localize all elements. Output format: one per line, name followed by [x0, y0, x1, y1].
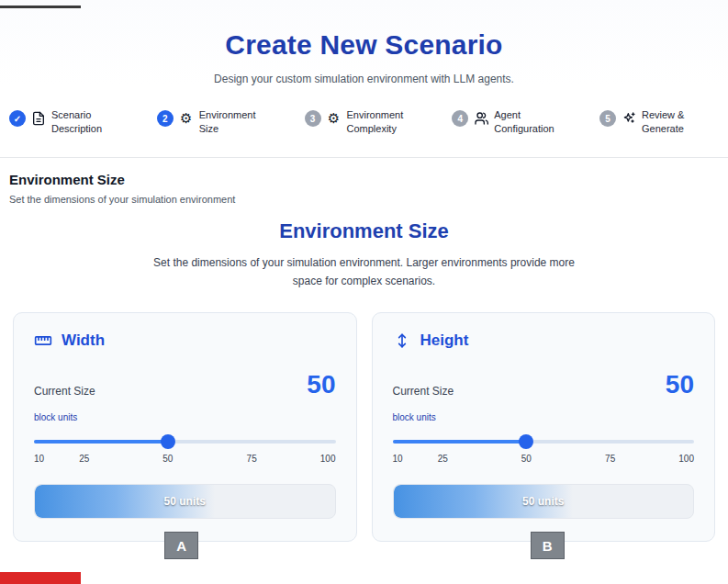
height-card-header: Height	[393, 331, 695, 350]
step-number-badge: 2	[157, 110, 174, 127]
step-review-generate[interactable]: 5 Review & Generate	[599, 108, 719, 137]
width-slider-thumb[interactable]	[161, 434, 175, 449]
environment-size-section: Environment Size Set the dimensions of y…	[0, 158, 728, 205]
step-done-check-icon: ✓	[9, 110, 26, 127]
height-current-value: 50	[666, 372, 694, 398]
stepper: ✓ Scenario Description 2 ⚙ Environment S…	[0, 108, 728, 137]
top-left-strip	[0, 6, 81, 8]
section-heading: Environment Size	[9, 172, 719, 187]
width-size-row: Current Size 50	[34, 372, 336, 398]
width-units-label: block units	[34, 412, 336, 422]
users-icon	[474, 111, 488, 126]
step-label: Scenario Description	[51, 108, 129, 137]
height-card: Height Current Size 50 block units 10 25…	[372, 312, 716, 542]
annotation-marker-b: B	[531, 532, 565, 559]
step-label: Environment Complexity	[347, 108, 424, 137]
panel-description: Set the dimensions of your simulation en…	[149, 254, 580, 291]
page-subtitle: Design your custom simulation environmen…	[0, 73, 728, 85]
tick-label: 100	[320, 454, 336, 464]
height-units-label: block units	[393, 412, 695, 422]
step-label: Review & Generate	[642, 108, 719, 137]
width-slider-ticks: 10 25 50 75 100	[34, 454, 336, 466]
width-card-title: Width	[62, 331, 105, 350]
tick-label: 50	[521, 454, 532, 464]
bottom-left-red-strip	[0, 572, 81, 584]
tick-label: 75	[605, 454, 615, 464]
height-slider-ticks: 10 25 50 75 100	[393, 454, 695, 466]
height-slider-thumb[interactable]	[519, 434, 533, 449]
panel-title: Environment Size	[0, 219, 728, 243]
sparkles-icon	[622, 111, 636, 126]
step-environment-size[interactable]: 2 ⚙ Environment Size	[157, 108, 276, 137]
tick-label: 50	[162, 454, 173, 464]
step-label: Environment Size	[199, 108, 276, 137]
width-slider-fill	[34, 440, 168, 444]
height-slider[interactable]	[393, 434, 695, 449]
tick-label: 25	[79, 454, 89, 464]
page-title: Create New Scenario	[0, 29, 728, 61]
width-current-value: 50	[307, 372, 335, 398]
width-card: Width Current Size 50 block units 10 25 …	[13, 312, 357, 542]
page-header: Create New Scenario Design your custom s…	[0, 0, 728, 85]
width-value-bar: 50 units	[34, 484, 336, 519]
step-agent-configuration[interactable]: 4 Agent Configuration	[452, 108, 571, 137]
step-number-badge: 3	[305, 110, 321, 127]
gear-icon: ⚙	[327, 111, 342, 126]
height-value-bar: 50 units	[393, 484, 695, 519]
tick-label: 10	[34, 454, 44, 464]
width-value-bar-label: 50 units	[35, 485, 335, 518]
annotation-marker-a: A	[164, 532, 198, 559]
file-text-icon	[31, 111, 46, 126]
gear-icon: ⚙	[179, 111, 194, 126]
step-scenario-description[interactable]: ✓ Scenario Description	[9, 108, 129, 137]
step-label: Agent Configuration	[494, 108, 571, 137]
tick-label: 10	[393, 454, 403, 464]
tick-label: 100	[678, 454, 694, 464]
height-slider-fill	[393, 440, 527, 444]
current-size-label: Current Size	[393, 385, 454, 398]
width-slider[interactable]	[34, 434, 336, 449]
arrows-vertical-icon	[393, 331, 411, 350]
step-number-badge: 5	[599, 110, 616, 127]
width-card-header: Width	[34, 331, 336, 350]
height-card-title: Height	[420, 331, 469, 350]
height-value-bar-label: 50 units	[394, 485, 694, 518]
size-cards: Width Current Size 50 block units 10 25 …	[0, 312, 728, 542]
tick-label: 25	[438, 454, 448, 464]
section-description: Set the dimensions of your simulation en…	[9, 194, 719, 205]
step-environment-complexity[interactable]: 3 ⚙ Environment Complexity	[305, 108, 424, 137]
current-size-label: Current Size	[34, 385, 95, 398]
ruler-icon	[34, 331, 52, 350]
height-size-row: Current Size 50	[393, 372, 695, 398]
step-number-badge: 4	[452, 110, 468, 127]
tick-label: 75	[247, 454, 257, 464]
